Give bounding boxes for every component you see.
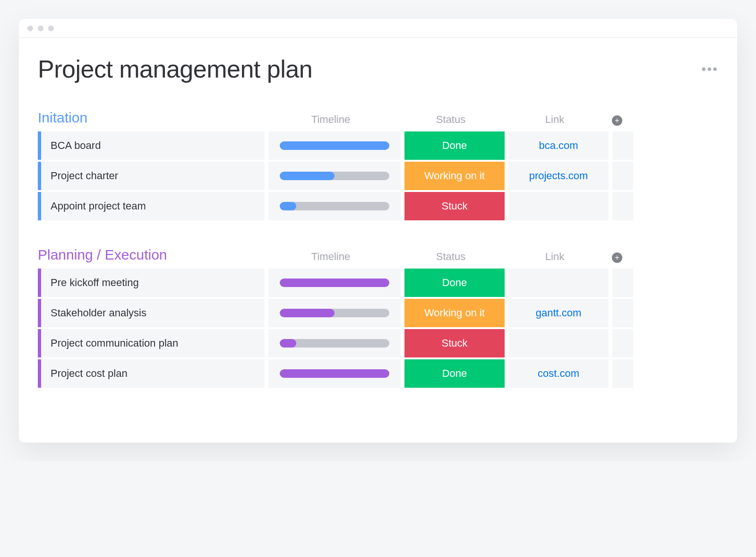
app-window: Project management plan ••• InitationTim… bbox=[19, 19, 737, 443]
timeline-cell[interactable] bbox=[268, 131, 401, 160]
timeline-track bbox=[280, 172, 389, 180]
board-content: Project management plan ••• InitationTim… bbox=[19, 38, 737, 443]
status-cell[interactable]: Done bbox=[404, 269, 505, 297]
status-cell[interactable]: Done bbox=[404, 131, 505, 160]
link-cell[interactable]: bca.com bbox=[508, 131, 609, 160]
timeline-track bbox=[280, 339, 389, 348]
column-header-status[interactable]: Status bbox=[401, 251, 501, 263]
column-header-timeline[interactable]: Timeline bbox=[265, 113, 397, 126]
status-label: Working on it bbox=[424, 170, 485, 182]
timeline-cell[interactable] bbox=[268, 162, 401, 190]
link-anchor[interactable]: projects.com bbox=[529, 170, 588, 182]
table-row: BCA boardDonebca.com bbox=[38, 131, 718, 160]
status-cell[interactable]: Stuck bbox=[404, 192, 505, 220]
timeline-cell[interactable] bbox=[268, 269, 401, 297]
item-name: Stakeholder analysis bbox=[51, 307, 146, 319]
timeline-fill bbox=[280, 141, 389, 150]
item-name: Pre kickoff meeting bbox=[51, 277, 139, 289]
window-titlebar bbox=[19, 19, 737, 38]
item-name: Project communication plan bbox=[51, 337, 178, 349]
status-cell[interactable]: Working on it bbox=[404, 162, 505, 190]
add-column-cell: + bbox=[605, 115, 629, 126]
item-name-cell[interactable]: BCA board bbox=[38, 131, 265, 160]
status-label: Done bbox=[442, 367, 467, 380]
column-header-link[interactable]: Link bbox=[505, 113, 605, 126]
link-anchor[interactable]: cost.com bbox=[538, 367, 579, 380]
window-maximize-button[interactable] bbox=[48, 26, 54, 31]
add-column-cell: + bbox=[605, 252, 629, 263]
window-minimize-button[interactable] bbox=[38, 26, 43, 31]
row-end-cell bbox=[612, 269, 633, 297]
timeline-fill bbox=[280, 202, 296, 210]
status-cell[interactable]: Done bbox=[404, 359, 505, 388]
table-row: Appoint project teamStuck bbox=[38, 192, 718, 220]
column-header-link[interactable]: Link bbox=[505, 251, 605, 263]
timeline-cell[interactable] bbox=[268, 299, 401, 327]
column-header-timeline[interactable]: Timeline bbox=[265, 251, 397, 263]
group-initation: InitationTimelineStatusLink+BCA boardDon… bbox=[38, 110, 718, 220]
group-title[interactable]: Planning / Execution bbox=[38, 247, 265, 263]
item-name-cell[interactable]: Stakeholder analysis bbox=[38, 299, 265, 327]
item-name-cell[interactable]: Pre kickoff meeting bbox=[38, 269, 265, 297]
timeline-track bbox=[280, 141, 389, 150]
timeline-fill bbox=[280, 339, 296, 348]
timeline-cell[interactable] bbox=[268, 192, 401, 220]
status-cell[interactable]: Working on it bbox=[404, 299, 505, 327]
status-label: Working on it bbox=[424, 307, 485, 319]
row-end-cell bbox=[612, 131, 633, 160]
table-row: Stakeholder analysisWorking on itgantt.c… bbox=[38, 299, 718, 327]
table-row: Pre kickoff meetingDone bbox=[38, 269, 718, 297]
timeline-cell[interactable] bbox=[268, 329, 401, 357]
timeline-track bbox=[280, 278, 389, 287]
item-name-cell[interactable]: Project cost plan bbox=[38, 359, 265, 388]
link-cell[interactable] bbox=[508, 329, 609, 357]
item-name: Project cost plan bbox=[51, 367, 128, 380]
link-cell[interactable]: gantt.com bbox=[508, 299, 609, 327]
timeline-track bbox=[280, 202, 389, 210]
group-planning-execution: Planning / ExecutionTimelineStatusLink+P… bbox=[38, 247, 718, 388]
link-cell[interactable] bbox=[508, 192, 609, 220]
item-name: Project charter bbox=[51, 170, 118, 182]
row-end-cell bbox=[612, 359, 633, 388]
timeline-track bbox=[280, 309, 389, 317]
item-name: BCA board bbox=[51, 139, 101, 152]
timeline-fill bbox=[280, 369, 389, 378]
row-end-cell bbox=[612, 192, 633, 220]
item-name-cell[interactable]: Project charter bbox=[38, 162, 265, 190]
link-cell[interactable]: cost.com bbox=[508, 359, 609, 388]
timeline-fill bbox=[280, 172, 335, 180]
status-label: Stuck bbox=[441, 200, 467, 212]
status-label: Done bbox=[442, 277, 467, 289]
table-row: Project charterWorking on itprojects.com bbox=[38, 162, 718, 190]
group-title[interactable]: Initation bbox=[38, 110, 265, 126]
window-close-button[interactable] bbox=[27, 26, 33, 31]
row-end-cell bbox=[612, 329, 633, 357]
group-header: InitationTimelineStatusLink+ bbox=[38, 110, 718, 126]
status-label: Done bbox=[442, 139, 467, 152]
item-name: Appoint project team bbox=[51, 200, 146, 212]
board-header: Project management plan ••• bbox=[38, 55, 718, 83]
column-header-status[interactable]: Status bbox=[401, 113, 501, 126]
row-end-cell bbox=[612, 162, 633, 190]
link-anchor[interactable]: bca.com bbox=[539, 139, 578, 152]
item-name-cell[interactable]: Project communication plan bbox=[38, 329, 265, 357]
status-label: Stuck bbox=[441, 337, 467, 349]
timeline-fill bbox=[280, 278, 389, 287]
board-more-icon[interactable]: ••• bbox=[702, 61, 718, 77]
add-column-icon[interactable]: + bbox=[612, 115, 622, 126]
row-end-cell bbox=[612, 299, 633, 327]
status-cell[interactable]: Stuck bbox=[404, 329, 505, 357]
item-name-cell[interactable]: Appoint project team bbox=[38, 192, 265, 220]
board-title[interactable]: Project management plan bbox=[38, 55, 312, 83]
table-row: Project cost planDonecost.com bbox=[38, 359, 718, 388]
link-cell[interactable] bbox=[508, 269, 609, 297]
link-cell[interactable]: projects.com bbox=[508, 162, 609, 190]
add-column-icon[interactable]: + bbox=[612, 252, 622, 263]
timeline-cell[interactable] bbox=[268, 359, 401, 388]
link-anchor[interactable]: gantt.com bbox=[536, 307, 582, 319]
group-header: Planning / ExecutionTimelineStatusLink+ bbox=[38, 247, 718, 263]
timeline-track bbox=[280, 369, 389, 378]
timeline-fill bbox=[280, 309, 335, 317]
table-row: Project communication planStuck bbox=[38, 329, 718, 357]
